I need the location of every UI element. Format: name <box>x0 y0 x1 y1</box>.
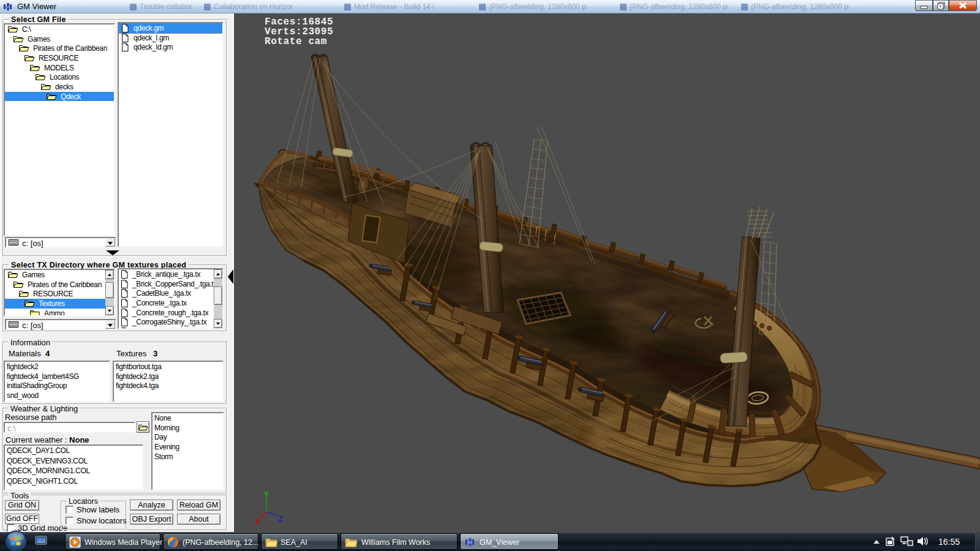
svg-text:Z: Z <box>279 515 283 523</box>
svg-text:Y: Y <box>264 490 269 499</box>
svg-text:X: X <box>255 517 260 526</box>
